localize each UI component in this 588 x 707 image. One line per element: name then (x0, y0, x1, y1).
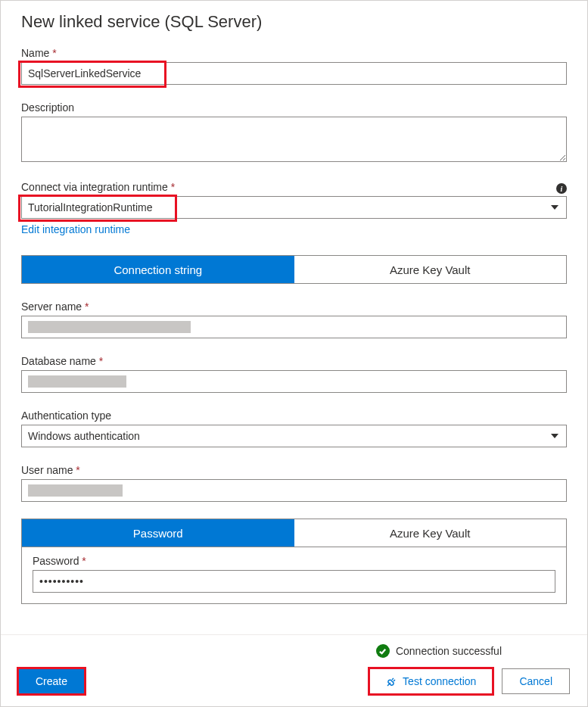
create-button[interactable]: Create (18, 668, 85, 694)
auth-type-select[interactable]: Windows authentication (21, 425, 567, 447)
database-name-input[interactable] (21, 370, 567, 393)
status-text: Connection successful (396, 645, 502, 657)
password-label: Password (33, 555, 555, 567)
connection-tab-row: Connection string Azure Key Vault (21, 255, 567, 284)
cancel-button[interactable]: Cancel (502, 668, 570, 694)
tab-azure-key-vault[interactable]: Azure Key Vault (294, 256, 567, 283)
footer: Connection successful Create Test connec… (0, 634, 588, 707)
test-connection-button[interactable]: Test connection (369, 668, 493, 694)
plug-icon (386, 675, 398, 687)
info-icon[interactable]: i (556, 183, 567, 194)
runtime-select[interactable]: TutorialIntegrationRuntime (21, 196, 567, 219)
chevron-down-icon (551, 434, 558, 438)
description-input[interactable] (21, 117, 567, 162)
auth-type-value: Windows authentication (28, 430, 140, 442)
tab-connection-string[interactable]: Connection string (22, 256, 294, 283)
edit-runtime-link[interactable]: Edit integration runtime (21, 223, 130, 235)
password-tab-row: Password Azure Key Vault (21, 519, 567, 547)
user-name-label: User name (21, 464, 567, 476)
user-name-input[interactable] (21, 479, 567, 502)
password-input[interactable] (33, 570, 555, 593)
success-icon (376, 644, 390, 658)
auth-type-label: Authentication type (21, 410, 567, 422)
description-label: Description (21, 101, 567, 114)
runtime-value: TutorialIntegrationRuntime (28, 201, 152, 213)
server-name-input[interactable] (21, 316, 567, 338)
password-block: Password (21, 547, 567, 604)
name-input[interactable] (21, 62, 567, 85)
database-name-label: Database name (21, 355, 567, 367)
server-name-label: Server name (21, 301, 567, 313)
test-connection-label: Test connection (403, 675, 476, 687)
name-label: Name (21, 47, 567, 59)
runtime-label: Connect via integration runtime (21, 181, 175, 193)
chevron-down-icon (551, 205, 558, 210)
tab-password-akv[interactable]: Azure Key Vault (294, 519, 567, 547)
page-title: New linked service (SQL Server) (21, 12, 567, 32)
tab-password[interactable]: Password (22, 519, 294, 547)
